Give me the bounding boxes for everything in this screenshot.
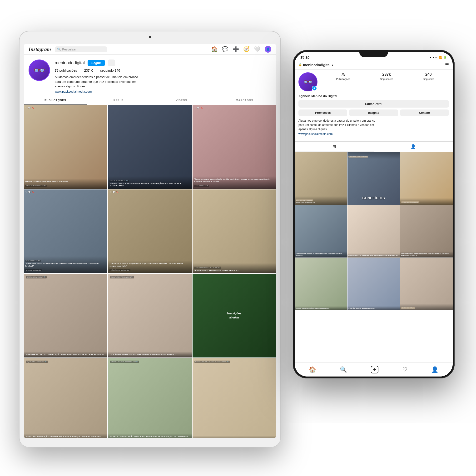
grid-item[interactable]: DIFICULDADES COM OS AVÓS?Descubra como a… — [192, 189, 276, 273]
phone-grid-item[interactable]: CONSTELAÇÃO FAMILIAR QUAIS SÃO OS BENEFÍ… — [295, 152, 347, 205]
phone-heart-icon[interactable]: ♡ — [402, 366, 408, 373]
phone-grid-item[interactable]: CONSTELAÇÃO FAMILIAR — [400, 152, 453, 205]
add-icon[interactable]: ➕ — [233, 46, 239, 52]
instagram-header: Instagram 🔍 Pesquisar 🏠 💬 ➕ 🧭 🤍 👤 — [24, 44, 276, 55]
phone-grid-item[interactable]: COMO LIDAR COM A PRESENÇA DE UM MEMBRO T… — [347, 205, 400, 257]
wifi-icon: 📶 — [439, 56, 442, 59]
contact-button[interactable]: Contato — [400, 109, 449, 116]
save-icon: 🔖 — [32, 191, 34, 193]
phone-home-icon[interactable]: 🏠 — [309, 366, 316, 373]
tab-reels[interactable]: REELS — [87, 96, 150, 105]
phone-profile-stats: 75 Publicações 237k Seguidores 240 Segui… — [321, 72, 449, 81]
home-icon[interactable]: 🏠 — [211, 46, 218, 52]
phone-grid-item[interactable]: Como enfrentar desafios na relação pais-… — [295, 205, 347, 257]
phone-grid-item[interactable]: COMO A CONSTELAÇÃO FAMILIAR pode trazer.… — [295, 258, 347, 310]
phone-grid-item[interactable]: Descubra como a constelação familiar pod… — [400, 205, 453, 257]
phone-tab-person[interactable]: 👤 — [374, 142, 453, 152]
grid-item[interactable]: ♡💬🔖 "Descubra como a constelação familia… — [192, 105, 276, 189]
phone-profile-avatar: 👓 + — [298, 72, 318, 91]
grid-item[interactable]: CURA DE FERIDAS 🔍"EXISTE UMA FORMA DE CU… — [108, 105, 192, 189]
username-row: meninododigital Seguir ··· — [55, 60, 271, 66]
heart-icon: ♡ — [25, 191, 27, 193]
grid-item[interactable]: REJEIÇÃO FAMILIAR 🔍 "DESCUBRA COMO A CON… — [24, 274, 107, 357]
phone-profile-section: 👓 + 75 Publicações 237k Seguidores — [295, 69, 453, 141]
search-bar[interactable]: 🔍 Pesquisar — [55, 46, 107, 52]
phone-followers-label: Seguidores — [380, 78, 393, 81]
grid-item[interactable]: ♡💬🔖 ETA À LEGENDA!"Como lidar com a perd… — [24, 189, 107, 273]
phone-username-row: 🔒 meninododigital ∨ — [298, 63, 333, 67]
profile-info: meninododigital Seguir ··· 75 publicaçõe… — [55, 60, 271, 93]
tab-videos[interactable]: VÍDEOS — [150, 96, 213, 105]
comment-icon: 💬 — [112, 191, 115, 193]
followers-count: 237 K — [84, 68, 93, 72]
following-stat: seguindo 240 — [100, 68, 120, 72]
heart-icon: ♡ — [194, 107, 196, 109]
phone-profile-bio: Ajudamos empreendedores a passar de uma … — [298, 119, 449, 131]
phone-profile-top: 👓 + 75 Publicações 237k Seguidores — [298, 72, 449, 91]
tab-publications[interactable]: PUBLICAÇÕES — [24, 96, 87, 105]
grid-item[interactable]: EQUILÍBRIO FAMILIAR 🔍 "COMO A CONSTELAÇÃ… — [24, 358, 107, 438]
phone-profile-name: Agência Menino do Digital — [298, 94, 449, 98]
profile-bio: Ajudamos empreendedores a passar de uma … — [55, 75, 140, 89]
phone-publications-count: 75 — [336, 72, 350, 77]
comment-icon: 💬 — [28, 107, 31, 109]
profile-icon[interactable]: 👤 — [265, 46, 271, 52]
profile-link[interactable]: www.packsocialmedia.com — [55, 90, 271, 93]
phone-row-buttons: Promoções Insights Contato — [298, 109, 449, 116]
insights-button[interactable]: Insights — [349, 109, 398, 116]
publications-stat: 75 publicações — [55, 68, 77, 72]
status-icons: ▲▲▲ 📶 🔋 — [429, 56, 447, 59]
add-photo-button[interactable]: + — [312, 86, 317, 91]
phone-grid-item[interactable]: QUAL É O MOTIVO NOS REPETIMOS... — [347, 258, 400, 310]
grid-item[interactable]: CONFLITOS FAMILIARES 🔍 "VOCÊ ESTÁ VIVEND… — [108, 274, 192, 357]
following-prefix: seguindo — [100, 68, 114, 72]
publications-label: publicações — [60, 68, 77, 72]
phone-posts-grid: CONSTELAÇÃO FAMILIAR QUAIS SÃO OS BENEFÍ… — [295, 152, 453, 310]
tablet-screen: Instagram 🔍 Pesquisar 🏠 💬 ➕ 🧭 🤍 👤 👓 — [24, 44, 276, 438]
avatar-image: 👓 — [33, 65, 46, 76]
posts-grid: ♡💬🔖 O que é constelação familiar e como … — [24, 105, 276, 438]
tab-tagged[interactable]: MARCADOS — [213, 96, 276, 105]
save-icon: 🔖 — [32, 107, 34, 109]
avatar-image: 👓 — [303, 77, 313, 87]
messages-icon[interactable]: 💬 — [222, 46, 228, 52]
publications-count: 75 — [55, 68, 59, 72]
heart-icon[interactable]: 🤍 — [254, 46, 260, 52]
phone-profile-nav-icon[interactable]: 👤 — [431, 366, 438, 373]
compass-icon[interactable]: 🧭 — [243, 46, 250, 52]
phone-publications-label: Publicações — [336, 78, 350, 81]
signal-icon: ▲▲▲ — [429, 56, 438, 59]
nav-icons: 🏠 💬 ➕ 🧭 🤍 👤 — [211, 46, 271, 52]
profile-section: 👓 meninododigital Seguir ··· 75 publicaç… — [24, 55, 276, 96]
grid-item[interactable]: ♡💬🔖 "Você está preso em um padrão de bri… — [108, 189, 192, 273]
edit-profile-button[interactable]: Editar Perfil — [298, 100, 449, 108]
phone-search-icon[interactable]: 🔍 — [340, 366, 347, 373]
grid-item[interactable]: COMO CUIDAR DA SAÚDE EMOCIONAL 🔍 das NOS… — [192, 358, 276, 438]
phone-grid-item-beneficios[interactable]: BENEFÍCIOS DA CONSTELAÇÃO FAMILIAR — [347, 152, 400, 205]
phone-tab-grid[interactable]: ⊞ — [295, 142, 374, 152]
follow-button[interactable]: Seguir — [87, 60, 105, 66]
profile-tabs: PUBLICAÇÕES REELS VÍDEOS MARCADOS — [24, 96, 276, 105]
phone-add-icon[interactable]: + — [371, 366, 378, 374]
tablet-device: Instagram 🔍 Pesquisar 🏠 💬 ➕ 🧭 🤍 👤 👓 — [19, 31, 281, 447]
phone-username: meninododigital — [303, 63, 331, 67]
grid-item[interactable]: RELACIONAMENTO AMOROSO 🔍 "COMO A CONSTEL… — [108, 358, 192, 438]
followers-stat: 237 K — [84, 68, 93, 72]
phone-followers-stat: 237k Seguidores — [380, 72, 393, 81]
grid-item-inscricoes[interactable]: Inscriçõesabertas — [192, 274, 276, 357]
phone-grid-item[interactable]: SAÚDE ESPIRITUAL — [400, 258, 453, 310]
phone-device: 15:20 ▲▲▲ 📶 🔋 🔒 meninododigital ∨ ☰ — [293, 50, 455, 378]
promotions-button[interactable]: Promoções — [298, 109, 347, 116]
heart-icon: ♡ — [109, 191, 111, 193]
tablet-camera — [149, 36, 151, 38]
hamburger-menu-icon[interactable]: ☰ — [445, 62, 449, 67]
phone-notch — [359, 50, 388, 57]
battery-icon: 🔋 — [443, 56, 447, 59]
phone-profile-link[interactable]: www.packsocialmedia.com — [298, 132, 449, 136]
phone-following-stat: 240 Seguindo — [423, 72, 434, 81]
phone-action-buttons: Editar Perfil Promoções Insights Contato — [298, 100, 449, 116]
scene: Instagram 🔍 Pesquisar 🏠 💬 ➕ 🧭 🤍 👤 👓 — [12, 12, 464, 464]
grid-item[interactable]: ♡💬🔖 O que é constelação familiar e como … — [24, 105, 107, 189]
more-button[interactable]: ··· — [108, 60, 116, 66]
profile-stats: 75 publicações 237 K seguindo 240 — [55, 68, 271, 72]
